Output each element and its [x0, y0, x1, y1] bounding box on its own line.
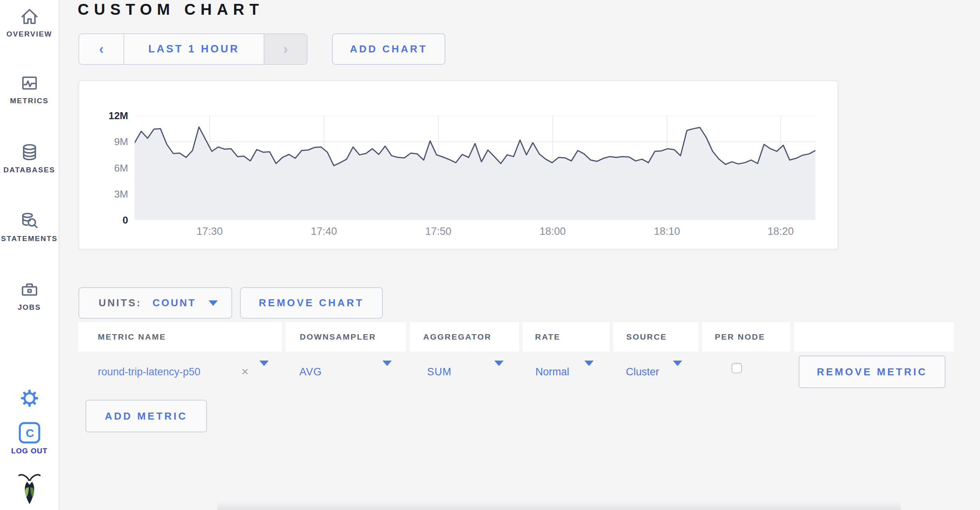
gear-icon	[19, 388, 40, 408]
column-header-aggregator: AGGREGATOR	[410, 322, 519, 352]
y-axis-labels: 12M9M6M3M0	[79, 116, 128, 220]
aggregator-value[interactable]: SUM	[427, 356, 452, 388]
user-initial-icon: C	[18, 422, 41, 444]
time-range-label[interactable]: LAST 1 HOUR	[124, 34, 264, 64]
aggregator-dropdown-caret[interactable]	[494, 366, 504, 373]
column-header-actions	[794, 322, 954, 352]
metrics-icon	[19, 73, 40, 93]
sidebar-item-label: METRICS	[0, 97, 59, 105]
downsampler-value[interactable]: AVG	[299, 356, 322, 388]
chevron-down-icon	[673, 361, 682, 373]
chevron-down-icon	[382, 361, 392, 373]
chevron-right-icon: ›	[283, 42, 288, 56]
metric-name-dropdown-caret[interactable]	[259, 366, 269, 373]
clear-metric-button[interactable]: ×	[242, 356, 248, 388]
cockroach-logo-icon	[17, 472, 42, 506]
logout-label: LOG OUT	[0, 447, 59, 455]
add-chart-button[interactable]: ADD CHART	[332, 33, 445, 65]
sidebar-item-label: DATABASES	[0, 166, 59, 174]
sidebar-item-overview[interactable]: OVERVIEW	[0, 6, 59, 38]
x-axis-tick-label: 17:50	[411, 226, 466, 238]
sidebar: OVERVIEW METRICS DATABASES STATEMENTS	[0, 0, 59, 510]
source-value[interactable]: Cluster	[626, 356, 659, 388]
x-axis-tick-label: 17:40	[297, 226, 351, 238]
briefcase-icon	[19, 279, 40, 300]
rate-value[interactable]: Normal	[535, 356, 569, 388]
sidebar-item-statements[interactable]: STATEMENTS	[0, 211, 59, 243]
svg-text:C: C	[26, 427, 34, 439]
database-icon	[19, 142, 40, 162]
y-axis-tick-label: 12M	[108, 110, 128, 121]
chevron-down-icon	[259, 361, 269, 373]
per-node-checkbox[interactable]	[732, 363, 742, 373]
x-axis-tick-label: 18:10	[640, 226, 694, 238]
sidebar-item-label: JOBS	[0, 303, 59, 312]
x-axis-labels: 17:3017:4017:5018:0018:1018:20	[135, 226, 815, 239]
remove-metric-button[interactable]: REMOVE METRIC	[799, 356, 945, 388]
column-header-rate: RATE	[523, 322, 610, 352]
chevron-left-icon: ‹	[99, 42, 104, 56]
chevron-down-icon	[584, 361, 594, 373]
rate-dropdown-caret[interactable]	[584, 366, 594, 373]
sidebar-item-databases[interactable]: DATABASES	[0, 142, 59, 174]
y-axis-tick-label: 0	[123, 214, 128, 226]
x-axis-tick-label: 18:20	[754, 226, 808, 238]
chevron-down-icon	[494, 361, 504, 373]
units-label: UNITS:	[99, 297, 142, 309]
units-value: COUNT	[153, 297, 196, 309]
time-range-next-button[interactable]: ›	[264, 34, 307, 64]
y-axis-tick-label: 3M	[114, 188, 128, 200]
column-header-source: SOURCE	[613, 322, 699, 352]
remove-chart-button[interactable]: REMOVE CHART	[240, 287, 383, 319]
downsampler-dropdown-caret[interactable]	[382, 366, 392, 373]
cockroach-logo	[0, 472, 59, 506]
column-header-downsampler: DOWNSAMPLER	[285, 322, 406, 352]
chevron-down-icon	[209, 300, 218, 306]
chart-plot-area	[135, 116, 815, 220]
scroll-edge-shadow	[217, 501, 901, 510]
page-title: CUSTOM CHART	[78, 1, 264, 18]
sidebar-item-label: OVERVIEW	[0, 30, 59, 38]
logout-button[interactable]: C LOG OUT	[0, 422, 59, 455]
sidebar-item-metrics[interactable]: METRICS	[0, 73, 59, 105]
settings-button[interactable]	[0, 388, 59, 408]
sidebar-item-label: STATEMENTS	[0, 234, 59, 243]
column-header-per-node: PER NODE	[702, 322, 791, 352]
column-header-metric-name: METRIC NAME	[78, 322, 282, 352]
add-metric-button[interactable]: ADD METRIC	[85, 400, 207, 432]
x-axis-tick-label: 17:30	[182, 226, 237, 238]
y-axis-tick-label: 9M	[114, 136, 128, 147]
area-chart	[135, 116, 815, 220]
sidebar-item-jobs[interactable]: JOBS	[0, 279, 59, 312]
home-icon	[19, 6, 40, 26]
source-dropdown-caret[interactable]	[673, 366, 682, 373]
statements-icon	[19, 211, 40, 231]
time-range-selector: ‹ LAST 1 HOUR ›	[78, 33, 308, 65]
chart-panel: 12M9M6M3M0 17:3017:4017:5018:0018:1018:2…	[78, 80, 838, 250]
y-axis-tick-label: 6M	[114, 162, 128, 174]
units-dropdown[interactable]: UNITS: COUNT	[78, 287, 232, 319]
metric-name-value[interactable]: round-trip-latency-p50	[98, 356, 200, 388]
x-axis-tick-label: 18:00	[525, 226, 580, 238]
time-range-prev-button[interactable]: ‹	[79, 34, 124, 64]
